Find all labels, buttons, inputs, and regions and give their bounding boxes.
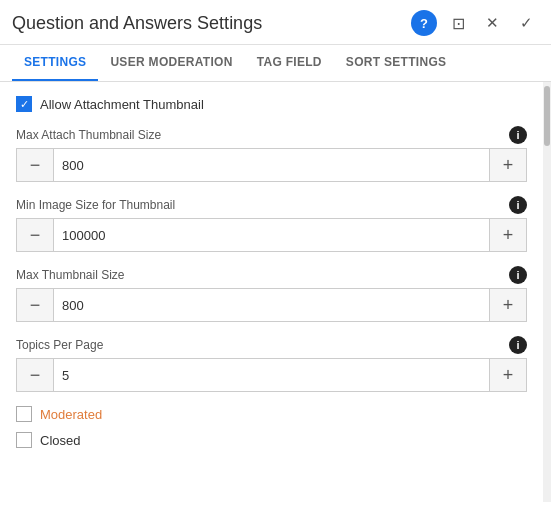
scrollbar[interactable] — [543, 82, 551, 502]
tab-bar: SETTINGS USER MODERATION TAG FIELD SORT … — [0, 45, 551, 82]
close-icon: ✕ — [486, 14, 499, 32]
max-thumbnail-size-increment[interactable]: + — [490, 289, 526, 321]
min-image-size-thumbnail-input[interactable] — [53, 219, 490, 251]
checkmark-icon: ✓ — [20, 99, 29, 110]
topics-per-page-label-row: Topics Per Page i — [16, 336, 527, 354]
min-image-size-thumbnail-stepper: − + — [16, 218, 527, 252]
min-image-size-thumbnail-increment[interactable]: + — [490, 219, 526, 251]
topics-per-page-stepper: − + — [16, 358, 527, 392]
closed-row: Closed — [16, 432, 527, 448]
topics-per-page-label: Topics Per Page — [16, 338, 103, 352]
min-image-size-thumbnail-group: Min Image Size for Thumbnail i − + — [16, 196, 527, 252]
plus-icon: + — [503, 295, 514, 316]
max-attach-thumbnail-size-info-icon[interactable]: i — [509, 126, 527, 144]
settings-content: ✓ Allow Attachment Thumbnail Max Attach … — [0, 82, 543, 502]
max-thumbnail-size-label: Max Thumbnail Size — [16, 268, 125, 282]
max-attach-thumbnail-size-label: Max Attach Thumbnail Size — [16, 128, 161, 142]
max-attach-thumbnail-size-group: Max Attach Thumbnail Size i − + — [16, 126, 527, 182]
topics-per-page-info-icon[interactable]: i — [509, 336, 527, 354]
resize-button[interactable]: ⊡ — [445, 10, 471, 36]
allow-attachment-thumbnail-row: ✓ Allow Attachment Thumbnail — [16, 96, 527, 112]
max-thumbnail-size-info-icon[interactable]: i — [509, 266, 527, 284]
minus-icon: − — [30, 225, 41, 246]
close-button[interactable]: ✕ — [479, 10, 505, 36]
min-image-size-thumbnail-info-icon[interactable]: i — [509, 196, 527, 214]
tab-tag-field[interactable]: TAG FIELD — [245, 45, 334, 81]
page-title: Question and Answers Settings — [12, 13, 411, 34]
tab-user-moderation[interactable]: USER MODERATION — [98, 45, 244, 81]
closed-label: Closed — [40, 433, 80, 448]
dialog-header: Question and Answers Settings ? ⊡ ✕ ✓ — [0, 0, 551, 45]
topics-per-page-input[interactable] — [53, 359, 490, 391]
scrollbar-thumb[interactable] — [544, 86, 550, 146]
resize-icon: ⊡ — [452, 14, 465, 33]
help-icon: ? — [420, 16, 428, 31]
max-attach-thumbnail-size-decrement[interactable]: − — [17, 149, 53, 181]
max-thumbnail-size-group: Max Thumbnail Size i − + — [16, 266, 527, 322]
confirm-button[interactable]: ✓ — [513, 10, 539, 36]
min-image-size-thumbnail-label: Min Image Size for Thumbnail — [16, 198, 175, 212]
max-attach-thumbnail-size-input[interactable] — [53, 149, 490, 181]
check-icon: ✓ — [520, 14, 533, 32]
topics-per-page-group: Topics Per Page i − + — [16, 336, 527, 392]
help-button[interactable]: ? — [411, 10, 437, 36]
max-attach-thumbnail-size-increment[interactable]: + — [490, 149, 526, 181]
allow-attachment-thumbnail-label: Allow Attachment Thumbnail — [40, 97, 204, 112]
closed-checkbox[interactable] — [16, 432, 32, 448]
plus-icon: + — [503, 225, 514, 246]
header-actions: ? ⊡ ✕ ✓ — [411, 10, 539, 36]
min-image-size-thumbnail-decrement[interactable]: − — [17, 219, 53, 251]
tab-sort-settings[interactable]: SORT SETTINGS — [334, 45, 459, 81]
plus-icon: + — [503, 155, 514, 176]
content-area: ✓ Allow Attachment Thumbnail Max Attach … — [0, 82, 551, 502]
moderated-row: Moderated — [16, 406, 527, 422]
min-image-size-thumbnail-label-row: Min Image Size for Thumbnail i — [16, 196, 527, 214]
max-thumbnail-size-decrement[interactable]: − — [17, 289, 53, 321]
plus-icon: + — [503, 365, 514, 386]
max-thumbnail-size-stepper: − + — [16, 288, 527, 322]
topics-per-page-increment[interactable]: + — [490, 359, 526, 391]
max-attach-thumbnail-size-label-row: Max Attach Thumbnail Size i — [16, 126, 527, 144]
minus-icon: − — [30, 155, 41, 176]
max-thumbnail-size-label-row: Max Thumbnail Size i — [16, 266, 527, 284]
minus-icon: − — [30, 295, 41, 316]
max-thumbnail-size-input[interactable] — [53, 289, 490, 321]
topics-per-page-decrement[interactable]: − — [17, 359, 53, 391]
moderated-label: Moderated — [40, 407, 102, 422]
tab-settings[interactable]: SETTINGS — [12, 45, 98, 81]
max-attach-thumbnail-size-stepper: − + — [16, 148, 527, 182]
allow-attachment-thumbnail-checkbox[interactable]: ✓ — [16, 96, 32, 112]
moderated-checkbox[interactable] — [16, 406, 32, 422]
minus-icon: − — [30, 365, 41, 386]
